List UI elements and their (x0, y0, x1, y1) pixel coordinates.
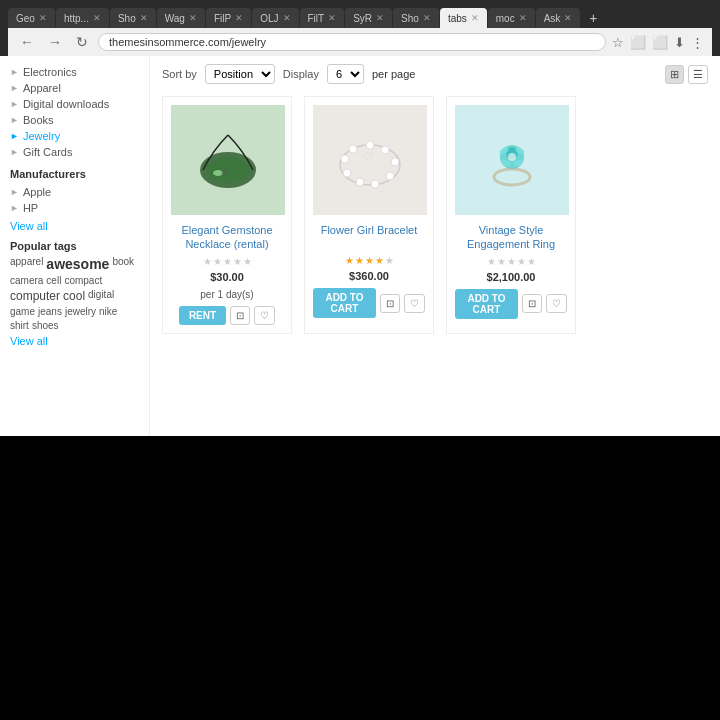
tag-computer[interactable]: computer (10, 289, 60, 303)
ring-image (467, 115, 557, 205)
product-stars-2: ★ ★ ★ ★ ★ (313, 255, 425, 266)
tab-4[interactable]: Wag✕ (157, 8, 205, 28)
sidebar-item-apple[interactable]: ► Apple (10, 184, 139, 200)
per-page-label: per page (372, 68, 415, 80)
star-3: ★ (223, 256, 232, 267)
url-bar[interactable] (98, 33, 606, 51)
tab-6[interactable]: OLJ✕ (252, 8, 298, 28)
sidebar-item-jewelry[interactable]: ► Jewelry (10, 128, 139, 144)
product-link-2[interactable]: Flower Girl Bracelet (321, 224, 418, 236)
view-toggle: ⊞ ☰ (665, 65, 708, 84)
forward-button[interactable]: → (44, 32, 66, 52)
sidebar-item-digital[interactable]: ► Digital downloads (10, 96, 139, 112)
compare-button-3[interactable]: ♡ (546, 294, 567, 313)
tag-book[interactable]: book (112, 256, 134, 272)
categories-list: ► Electronics ► Apparel ► Digital downlo… (10, 64, 139, 160)
tag-nike[interactable]: nike (99, 306, 117, 317)
svg-point-5 (366, 141, 374, 149)
tag-cool[interactable]: cool (63, 289, 85, 303)
rent-button-1[interactable]: RENT (179, 306, 226, 325)
view-all-manufacturers[interactable]: View all (10, 220, 139, 232)
svg-point-13 (349, 145, 357, 153)
tag-camera[interactable]: camera (10, 275, 43, 286)
star-2: ★ (213, 256, 222, 267)
product-actions-1: RENT ⊡ ♡ (171, 306, 283, 325)
add-to-cart-button-3[interactable]: ADD TO CART (455, 289, 518, 319)
star-2: ★ (497, 256, 506, 267)
back-button[interactable]: ← (16, 32, 38, 52)
tags-container: apparel awesome book camera cell compact… (10, 256, 139, 331)
arrow-icon: ► (10, 203, 19, 213)
compare-button-1[interactable]: ♡ (254, 306, 275, 325)
tab-1[interactable]: Geo✕ (8, 8, 55, 28)
sort-by-select[interactable]: Position (205, 64, 275, 84)
compare-button-2[interactable]: ♡ (404, 294, 425, 313)
tag-compact[interactable]: compact (64, 275, 102, 286)
arrow-icon: ► (10, 131, 19, 141)
tag-shoes[interactable]: shoes (32, 320, 59, 331)
list-view-button[interactable]: ☰ (688, 65, 708, 84)
svg-text:♡: ♡ (363, 150, 374, 164)
view-all-tags[interactable]: View all (10, 335, 139, 347)
menu-icon[interactable]: ⋮ (691, 35, 704, 50)
tab-10[interactable]: tabs✕ (440, 8, 487, 28)
wishlist-button-2[interactable]: ⊡ (380, 294, 400, 313)
product-stars-3: ★ ★ ★ ★ ★ (455, 256, 567, 267)
sidebar-item-books[interactable]: ► Books (10, 112, 139, 128)
new-tab-button[interactable]: + (581, 8, 605, 28)
tag-shirt[interactable]: shirt (10, 320, 29, 331)
tag-cell[interactable]: cell (46, 275, 61, 286)
sidebar-item-apparel[interactable]: ► Apparel (10, 80, 139, 96)
sidebar-item-giftcards[interactable]: ► Gift Cards (10, 144, 139, 160)
tab-12[interactable]: Ask✕ (536, 8, 581, 28)
necklace-image: ⊙ (183, 115, 273, 205)
star-5: ★ (527, 256, 536, 267)
arrow-icon: ► (10, 83, 19, 93)
browser-tabs: Geo✕ http...✕ Sho✕ Wag✕ FilP✕ OLJ✕ FilT✕… (8, 6, 712, 28)
add-to-cart-button-2[interactable]: ADD TO CART (313, 288, 376, 318)
tab-9[interactable]: Sho✕ (393, 8, 439, 28)
manufacturers-title: Manufacturers (10, 168, 139, 180)
tab-7[interactable]: FilT✕ (300, 8, 345, 28)
grid-view-button[interactable]: ⊞ (665, 65, 684, 84)
star-4: ★ (517, 256, 526, 267)
page-content: ► Electronics ► Apparel ► Digital downlo… (0, 56, 720, 436)
wishlist-button-1[interactable]: ⊡ (230, 306, 250, 325)
sidebar-item-hp[interactable]: ► HP (10, 200, 139, 216)
tag-apparel[interactable]: apparel (10, 256, 43, 272)
tab-8[interactable]: SyR✕ (345, 8, 392, 28)
browser-chrome: Geo✕ http...✕ Sho✕ Wag✕ FilP✕ OLJ✕ FilT✕… (0, 0, 720, 56)
star-3: ★ (365, 255, 374, 266)
svg-point-11 (343, 169, 351, 177)
download-icon[interactable]: ⬇ (674, 35, 685, 50)
tag-game[interactable]: game (10, 306, 35, 317)
star-1: ★ (487, 256, 496, 267)
tag-awesome[interactable]: awesome (46, 256, 109, 272)
star-1: ★ (203, 256, 212, 267)
product-price-suffix-1: per 1 day(s) (171, 289, 283, 300)
bookmark-icon[interactable]: ☆ (612, 35, 624, 50)
tab-2[interactable]: http...✕ (56, 8, 109, 28)
product-card-2: ♡ Flower Girl Bracelet ★ ★ ★ ★ ★ $360.00… (304, 96, 434, 334)
product-actions-3: ADD TO CART ⊡ ♡ (455, 289, 567, 319)
sidebar-item-electronics[interactable]: ► Electronics (10, 64, 139, 80)
main-content: Sort by Position Display 6 per page ⊞ ☰ (150, 56, 720, 436)
product-link-3[interactable]: Vintage Style Engagement Ring (467, 224, 555, 250)
tag-jewelry[interactable]: jewelry (65, 306, 96, 317)
tab-3[interactable]: Sho✕ (110, 8, 156, 28)
tag-digital[interactable]: digital (88, 289, 114, 303)
svg-point-15 (494, 169, 530, 185)
product-link-1[interactable]: Elegant Gemstone Necklace (rental) (181, 224, 272, 250)
tab-5[interactable]: FilP✕ (206, 8, 251, 28)
browser-bar: ← → ↻ ☆ ⬜ ⬜ ⬇ ⋮ (8, 28, 712, 56)
reload-button[interactable]: ↻ (72, 32, 92, 52)
display-select[interactable]: 6 (327, 64, 364, 84)
profile-icon[interactable]: ⬜ (630, 35, 646, 50)
arrow-icon: ► (10, 99, 19, 109)
star-5: ★ (385, 255, 394, 266)
tag-jeans[interactable]: jeans (38, 306, 62, 317)
extensions-icon[interactable]: ⬜ (652, 35, 668, 50)
tab-11[interactable]: moc✕ (488, 8, 535, 28)
star-1: ★ (345, 255, 354, 266)
wishlist-button-3[interactable]: ⊡ (522, 294, 542, 313)
